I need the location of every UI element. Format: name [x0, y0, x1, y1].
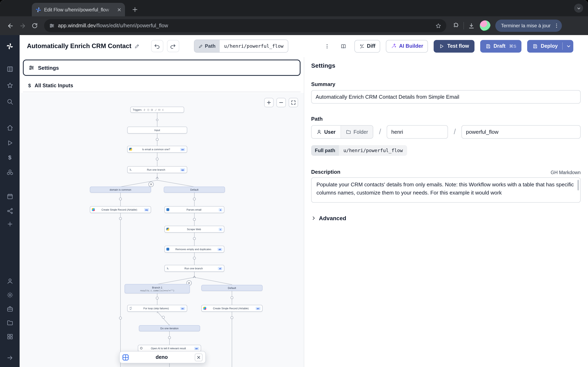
all-static-inputs-row[interactable]: $ All Static Inputs — [23, 79, 301, 92]
sidebar-workers-toolbox-icon[interactable] — [4, 303, 16, 315]
flow-name-input[interactable] — [462, 125, 581, 139]
flow-node-removes-empty[interactable]: Removes empty and duplicates ak — [164, 246, 224, 253]
settings-panel: Settings Summary Path User Folder / / Fu… — [304, 57, 588, 367]
sidebar-add-plus-icon[interactable] — [4, 218, 16, 230]
loop-header-do-one-iteration[interactable]: Do one iteration — [139, 325, 200, 331]
flow-node-scrape-web[interactable]: Scrape Web c — [164, 226, 224, 233]
zoom-out-button[interactable] — [277, 98, 286, 107]
download-icon[interactable] — [468, 22, 475, 29]
insert-step-dot[interactable] — [162, 316, 165, 319]
flow-node-run-one-branch-2[interactable]: Run one branch al — [164, 265, 224, 272]
sidebar-search-icon[interactable] — [4, 95, 16, 108]
sidebar-resources-icon[interactable] — [4, 166, 16, 178]
sidebar-apps-icon[interactable] — [4, 63, 16, 75]
sidebar-triggers-share-icon[interactable] — [4, 205, 16, 217]
insert-step-dot[interactable] — [168, 336, 171, 339]
browser-tab[interactable]: Edit Flow u/henri/powerful_flow — [32, 3, 125, 16]
branch-icon — [166, 267, 169, 270]
sidebar-home-icon[interactable] — [4, 122, 16, 134]
description-label: Description — [311, 169, 340, 175]
reload-icon[interactable] — [29, 20, 41, 32]
sidebar-user-icon[interactable] — [4, 275, 16, 287]
site-settings-icon[interactable] — [49, 23, 55, 29]
flow-node-create-record-1[interactable]: Create Single Record (Airtable) aq — [90, 206, 151, 213]
branch-header-domain-is-common[interactable]: domain is common — [90, 187, 151, 193]
insert-step-dot[interactable] — [231, 316, 233, 319]
zoom-in-button[interactable] — [264, 98, 274, 107]
new-tab-button[interactable] — [130, 4, 140, 14]
path-value[interactable]: u/henri/powerful_flow — [220, 40, 288, 52]
flow-node-run-one-branch-1[interactable]: Run one branch ap — [127, 166, 187, 173]
url-bar[interactable]: app.windmill.dev/flows/edit/u/henri/powe… — [44, 19, 446, 32]
tab-close-icon[interactable] — [117, 8, 121, 12]
branch-header-branch-1[interactable]: Branch 1 results.c.some((x)=>x!="") — [125, 284, 190, 293]
user-toggle-button[interactable]: User — [311, 125, 341, 138]
insert-step-dot[interactable] — [156, 158, 159, 160]
tab-search-chevron-icon[interactable] — [574, 4, 583, 13]
trigger-stream-icon — [162, 108, 164, 111]
browser-toolbar: app.windmill.dev/flows/edit/u/henri/powe… — [0, 16, 588, 35]
diff-button[interactable]: Diff — [354, 40, 380, 52]
sidebar-favorites-star-icon[interactable] — [4, 79, 16, 91]
bookmark-star-icon[interactable] — [435, 23, 441, 29]
insert-step-dot[interactable] — [193, 198, 196, 200]
description-textarea[interactable]: Populate your CRM contacts' details from… — [311, 177, 581, 203]
flow-node-is-email[interactable]: Is email a common one? ao — [127, 146, 187, 153]
sidebar-schedules-calendar-icon[interactable] — [4, 190, 16, 202]
node-id-badge: c — [219, 227, 222, 231]
triggers-node[interactable]: Triggers — [130, 107, 184, 113]
browser-menu-kebab-icon[interactable] — [554, 23, 560, 29]
deploy-dropdown-chevron-icon[interactable] — [562, 42, 571, 50]
sidebar-runs-icon[interactable] — [4, 137, 16, 149]
insert-step-dot[interactable] — [193, 218, 196, 221]
ai-builder-button[interactable]: AI Builder — [386, 40, 428, 52]
branch-fork-icon — [155, 176, 159, 180]
insert-step-dot[interactable] — [193, 257, 196, 259]
folder-toggle-button[interactable]: Folder — [341, 125, 373, 138]
test-flow-button[interactable]: Test flow — [434, 40, 475, 52]
flow-settings-node[interactable]: Settings — [23, 59, 301, 76]
insert-step-dot[interactable] — [231, 296, 233, 299]
flow-node-create-record-2[interactable]: Create Single Record (Airtable) an — [201, 305, 263, 312]
browser-update-button[interactable]: Terminer la mise à jour — [495, 20, 562, 32]
sidebar-folders-icon[interactable] — [4, 317, 16, 329]
branch-header-default-1[interactable]: Default — [164, 187, 225, 193]
windmill-logo[interactable] — [4, 40, 16, 52]
rename-pencil-icon[interactable] — [134, 43, 140, 49]
python-icon — [129, 148, 132, 151]
insert-step-dot[interactable] — [156, 138, 159, 141]
owner-input[interactable] — [387, 125, 448, 139]
undo-button[interactable] — [151, 40, 163, 52]
flow-node-input[interactable]: Input — [127, 127, 187, 133]
draft-button[interactable]: Draft ⌘S — [480, 40, 521, 52]
sidebar-variables-icon[interactable]: $ — [4, 151, 16, 164]
sidebar-settings-gear-icon[interactable] — [4, 289, 16, 301]
popup-close-icon[interactable] — [195, 353, 203, 361]
deploy-button[interactable]: Deploy — [527, 40, 573, 52]
more-options-kebab-icon[interactable] — [321, 40, 332, 52]
redo-button[interactable] — [167, 40, 179, 52]
insert-step-dot[interactable] — [156, 297, 159, 300]
flow-node-open-ai[interactable]: Open AI to tell if relevant result ae — [138, 345, 201, 352]
flow-node-for-loop[interactable]: For loop (skip failures) ac — [127, 305, 187, 312]
insert-step-dot[interactable] — [119, 217, 122, 220]
extensions-puzzle-icon[interactable] — [453, 22, 459, 29]
remove-branch-icon[interactable] — [148, 182, 154, 187]
forward-icon[interactable] — [16, 20, 29, 32]
flow-title[interactable]: Automatically Enrich CRM Contact — [27, 42, 131, 50]
path-edit-button[interactable]: Path — [194, 40, 220, 52]
branch-header-default-2[interactable]: Default — [201, 285, 263, 291]
summary-input[interactable] — [311, 90, 581, 104]
profile-avatar[interactable] — [480, 20, 490, 31]
flow-canvas[interactable]: Triggers Input Is email a common one? ao… — [20, 93, 304, 367]
insert-step-dot[interactable] — [119, 198, 122, 200]
documentation-book-icon[interactable] — [338, 40, 348, 52]
back-icon[interactable] — [4, 20, 16, 32]
fit-view-button[interactable] — [289, 98, 298, 107]
sidebar-logs-grid-icon[interactable] — [4, 330, 16, 342]
flow-node-parses-email[interactable]: Parses email a — [164, 206, 224, 213]
insert-step-dot[interactable] — [119, 317, 122, 319]
sidebar-expand-arrow-icon[interactable] — [4, 351, 16, 364]
advanced-section-toggle[interactable]: Advanced — [311, 215, 346, 221]
insert-step-dot[interactable] — [193, 237, 196, 240]
